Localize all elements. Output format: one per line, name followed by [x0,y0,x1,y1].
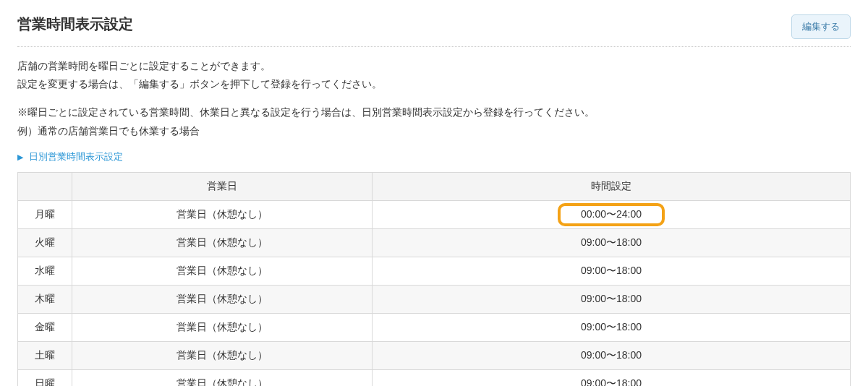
cell-day: 土曜 [18,341,72,369]
table-header-time: 時間設定 [373,172,851,200]
table-row: 月曜営業日（休憩なし）00:00〜24:00 [18,200,851,228]
daily-settings-link[interactable]: ▶ 日別営業時間表示設定 [17,150,851,163]
triangle-right-icon: ▶ [17,153,23,161]
cell-time: 09:00〜18:00 [373,257,851,285]
cell-status: 営業日（休憩なし） [72,200,373,228]
table-header-day [18,172,72,200]
table-row: 金曜営業日（休憩なし）09:00〜18:00 [18,313,851,341]
note-block: ※曜日ごとに設定されている営業時間、休業日と異なる設定を行う場合は、日別営業時間… [17,103,851,140]
edit-button[interactable]: 編集する [791,14,851,39]
cell-time: 09:00〜18:00 [373,313,851,341]
cell-time: 09:00〜18:00 [373,369,851,386]
table-row: 日曜営業日（休憩なし）09:00〜18:00 [18,369,851,386]
cell-time: 09:00〜18:00 [373,285,851,313]
daily-settings-link-label: 日別営業時間表示設定 [29,151,123,162]
cell-status: 営業日（休憩なし） [72,313,373,341]
business-hours-table: 営業日 時間設定 月曜営業日（休憩なし）00:00〜24:00火曜営業日（休憩な… [17,172,851,386]
cell-day: 水曜 [18,257,72,285]
cell-day: 月曜 [18,200,72,228]
cell-day: 日曜 [18,369,72,386]
cell-status: 営業日（休憩なし） [72,285,373,313]
description-line-1: 店舗の営業時間を曜日ごとに設定することができます。 [17,57,851,75]
note-line-1: ※曜日ごとに設定されている営業時間、休業日と異なる設定を行う場合は、日別営業時間… [17,103,851,121]
cell-status: 営業日（休憩なし） [72,369,373,386]
note-line-2: 例）通常の店舗営業日でも休業する場合 [17,122,851,140]
cell-status: 営業日（休憩なし） [72,257,373,285]
table-row: 土曜営業日（休憩なし）09:00〜18:00 [18,341,851,369]
table-row: 火曜営業日（休憩なし）09:00〜18:00 [18,228,851,257]
cell-day: 金曜 [18,313,72,341]
table-row: 水曜営業日（休憩なし）09:00〜18:00 [18,257,851,285]
table-row: 木曜営業日（休憩なし）09:00〜18:00 [18,285,851,313]
cell-status: 営業日（休憩なし） [72,228,373,257]
cell-day: 火曜 [18,228,72,257]
highlight-box: 00:00〜24:00 [558,203,665,226]
cell-day: 木曜 [18,285,72,313]
cell-time: 09:00〜18:00 [373,228,851,257]
cell-time: 09:00〜18:00 [373,341,851,369]
description-line-2: 設定を変更する場合は、「編集する」ボタンを押下して登録を行ってください。 [17,75,851,93]
table-header-status: 営業日 [72,172,373,200]
description-block: 店舗の営業時間を曜日ごとに設定することができます。 設定を変更する場合は、「編集… [17,57,851,93]
cell-status: 営業日（休憩なし） [72,341,373,369]
page-title: 営業時間表示設定 [17,14,133,34]
cell-time: 00:00〜24:00 [373,200,851,228]
